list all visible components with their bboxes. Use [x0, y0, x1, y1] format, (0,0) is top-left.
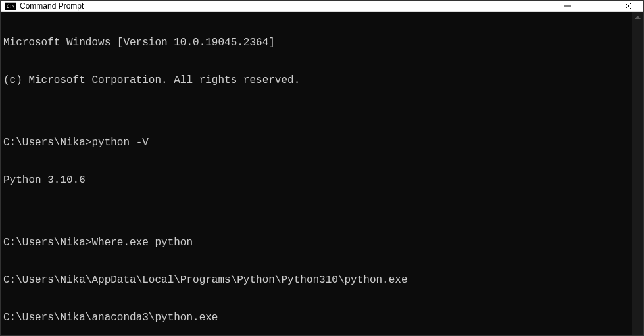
- minimize-button[interactable]: [553, 1, 583, 11]
- scroll-up-button[interactable]: [632, 12, 643, 23]
- terminal-line: C:\Users\Nika\anaconda3\python.exe: [3, 312, 630, 324]
- svg-text:C:\: C:\: [7, 4, 15, 9]
- terminal-output[interactable]: Microsoft Windows [Version 10.0.19045.23…: [1, 12, 632, 336]
- terminal-line: (c) Microsoft Corporation. All rights re…: [3, 74, 630, 87]
- terminal-area: Microsoft Windows [Version 10.0.19045.23…: [1, 12, 643, 336]
- window-controls: [553, 1, 643, 11]
- maximize-button[interactable]: [583, 1, 613, 11]
- vertical-scrollbar[interactable]: [632, 12, 643, 336]
- terminal-line: C:\Users\Nika>Where.exe python: [3, 237, 630, 249]
- cmd-icon: C:\: [5, 1, 16, 11]
- terminal-line: C:\Users\Nika>python -V: [3, 137, 630, 149]
- scroll-track[interactable]: [632, 23, 643, 336]
- close-button[interactable]: [613, 1, 643, 11]
- terminal-line: C:\Users\Nika\AppData\Local\Programs\Pyt…: [3, 274, 630, 287]
- window-title: Command Prompt: [20, 1, 553, 11]
- terminal-line: Python 3.10.6: [3, 174, 630, 187]
- command-prompt-window: C:\ Command Prompt Microsoft Windows [Ve…: [1, 1, 643, 335]
- svg-rect-4: [595, 3, 601, 9]
- terminal-line: Microsoft Windows [Version 10.0.19045.23…: [3, 37, 630, 49]
- titlebar[interactable]: C:\ Command Prompt: [1, 1, 643, 12]
- svg-rect-1: [5, 2, 16, 3]
